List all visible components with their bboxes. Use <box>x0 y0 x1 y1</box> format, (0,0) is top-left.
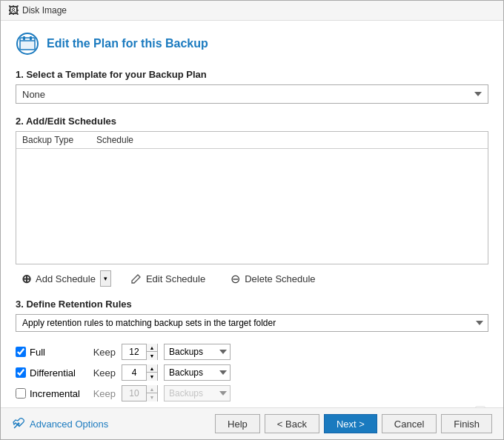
page-header: i Edit the Plan for this Backup <box>16 32 488 56</box>
add-schedule-button[interactable]: ⊕ Add Schedule <box>16 270 100 287</box>
synthetic-row: Create a Synthetic Full if possible <box>164 406 488 407</box>
page-title: Edit the Plan for this Backup <box>47 37 208 50</box>
add-schedule-label: Add Schedule <box>36 273 96 284</box>
incremental-backups-select[interactable]: Backups <box>164 385 231 401</box>
incremental-keep-input[interactable]: 10 <box>122 386 146 401</box>
incremental-spin-up[interactable]: ▲ <box>147 385 157 393</box>
incremental-keep-label: Keep <box>92 388 116 399</box>
section-retention: 3. Define Retention Rules Apply retentio… <box>16 299 488 407</box>
col-schedule: Schedule <box>96 135 133 145</box>
window-title: Disk Image <box>22 5 67 16</box>
differential-spin-control: 4 ▲ ▼ <box>122 364 158 381</box>
main-window: 🖼 Disk Image i Edit the Plan for this Ba… <box>0 0 504 440</box>
differential-label: Differential <box>30 367 76 379</box>
next-button[interactable]: Next > <box>324 414 377 433</box>
back-button[interactable]: < Back <box>265 414 319 433</box>
bottom-bar: Advanced Options Help < Back Next > Canc… <box>1 407 503 439</box>
edit-schedule-label: Edit Schedule <box>146 273 205 284</box>
schedule-table-body <box>16 149 488 264</box>
differential-spin-up[interactable]: ▲ <box>147 364 157 373</box>
incremental-spin-arrows: ▲ ▼ <box>146 385 157 401</box>
synthetic-label: Create a Synthetic Full if possible <box>337 406 469 407</box>
svg-rect-2 <box>20 38 35 50</box>
retention-row-incremental: Incremental Keep 10 ▲ ▼ Backups <box>16 385 488 401</box>
svg-rect-4 <box>23 36 25 40</box>
full-spin-down[interactable]: ▼ <box>147 352 157 360</box>
incremental-label: Incremental <box>30 388 80 399</box>
incremental-checkbox-label: Incremental <box>16 388 86 399</box>
incremental-spin-down[interactable]: ▼ <box>147 393 157 401</box>
incremental-spin-control: 10 ▲ ▼ <box>122 385 158 401</box>
retention-row-full: Full Keep 12 ▲ ▼ Backups <box>16 344 488 360</box>
incremental-checkbox[interactable] <box>16 388 26 399</box>
wrench-icon <box>12 417 25 430</box>
differential-checkbox[interactable] <box>16 367 26 378</box>
template-dropdown[interactable]: None <box>16 84 488 104</box>
full-spin-control: 12 ▲ ▼ <box>122 344 158 360</box>
svg-rect-5 <box>30 36 32 40</box>
delete-schedule-label: Delete Schedule <box>245 273 315 284</box>
main-content: i Edit the Plan for this Backup 1. Selec… <box>1 21 503 407</box>
step2-label: 2. Add/Edit Schedules <box>16 116 488 127</box>
differential-checkbox-label: Differential <box>16 367 86 379</box>
differential-backups-select[interactable]: Backups <box>164 364 231 381</box>
full-spin-up[interactable]: ▲ <box>147 344 157 352</box>
header-icon: i <box>16 32 39 56</box>
step3-label: 3. Define Retention Rules <box>16 299 488 310</box>
disk-image-icon: 🖼 <box>8 4 19 16</box>
schedule-toolbar: ⊕ Add Schedule ▾ Edit Schedule ⊖ Delet <box>16 270 488 287</box>
differential-spin-arrows: ▲ ▼ <box>146 364 157 381</box>
full-spin-arrows: ▲ ▼ <box>146 344 157 360</box>
title-bar: 🖼 Disk Image <box>1 1 503 21</box>
schedule-table-header: Backup Type Schedule <box>16 132 488 149</box>
differential-keep-input[interactable]: 4 <box>122 365 146 380</box>
differential-keep-label: Keep <box>92 367 116 379</box>
add-icon: ⊕ <box>20 273 32 284</box>
advanced-options-label: Advanced Options <box>30 419 108 430</box>
full-checkbox[interactable] <box>16 347 26 357</box>
retention-apply-row: Apply retention rules to matching backup… <box>16 314 488 338</box>
full-keep-input[interactable]: 12 <box>122 344 146 359</box>
col-backup-type: Backup Type <box>22 135 96 145</box>
cancel-button[interactable]: Cancel <box>382 414 437 433</box>
edit-schedule-button[interactable]: Edit Schedule <box>126 270 210 287</box>
help-button[interactable]: Help <box>215 414 260 433</box>
full-backups-select[interactable]: Backups <box>164 344 231 360</box>
advanced-options-link[interactable]: Advanced Options <box>12 417 108 430</box>
full-label: Full <box>30 347 45 358</box>
section-schedules: 2. Add/Edit Schedules Backup Type Schedu… <box>16 116 488 287</box>
section-template: 1. Select a Template for your Backup Pla… <box>16 69 488 104</box>
step1-label: 1. Select a Template for your Backup Pla… <box>16 69 488 80</box>
retention-apply-dropdown[interactable]: Apply retention rules to matching backup… <box>16 314 488 332</box>
finish-button[interactable]: Finish <box>441 414 492 433</box>
differential-spin-down[interactable]: ▼ <box>147 373 157 381</box>
full-checkbox-label: Full <box>16 347 86 358</box>
retention-row-differential: Differential Keep 4 ▲ ▼ Backups <box>16 364 488 381</box>
edit-icon <box>130 273 142 284</box>
delete-icon: ⊖ <box>229 273 241 284</box>
schedule-table: Backup Type Schedule <box>16 131 488 264</box>
footer-buttons: Help < Back Next > Cancel Finish <box>215 414 492 433</box>
add-schedule-dropdown[interactable]: ▾ <box>100 270 111 287</box>
synthetic-checkbox[interactable] <box>475 406 485 407</box>
full-keep-label: Keep <box>92 347 116 358</box>
delete-schedule-button[interactable]: ⊖ Delete Schedule <box>225 270 319 287</box>
